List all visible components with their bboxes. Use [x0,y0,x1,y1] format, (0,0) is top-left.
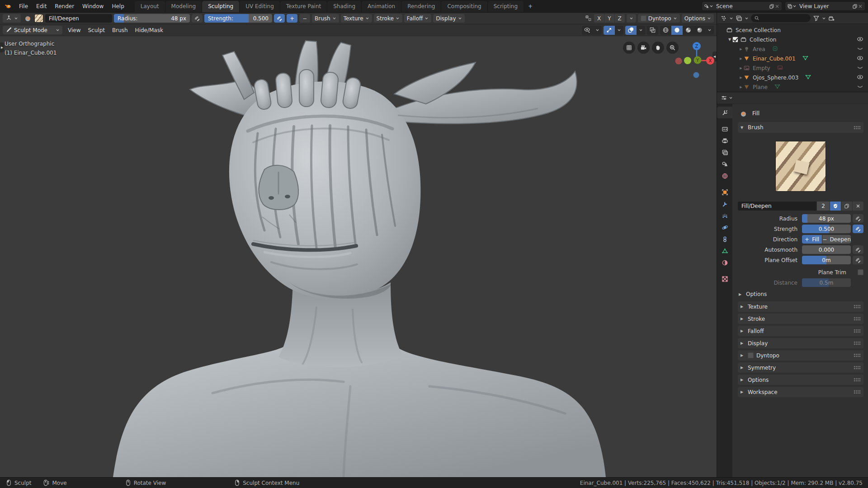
duplicate-brush-button[interactable] [841,202,852,211]
unlink-brush-button[interactable] [853,202,863,211]
brush-preview-image[interactable] [775,141,826,192]
viewport-canvas[interactable]: User Orthographic (1) Einar_Cube.001 ▸ ◂… [0,36,717,477]
panel-display[interactable]: ▶ Display [738,338,863,348]
brush-users-button[interactable]: 2 [817,202,830,211]
properties-tab-material[interactable] [717,257,732,268]
remove-view-layer-button[interactable] [858,4,863,9]
outliner-row-ojos-sphere-003[interactable]: ▶Ojos_Sphere.003 [717,73,868,82]
properties-tab-scene[interactable] [717,158,732,170]
new-collection-button[interactable] [828,15,835,22]
sculpt-model[interactable] [0,36,717,477]
strength-slider[interactable]: Strength: 0.500 [204,14,272,23]
brush-name-field[interactable]: Fill/Deepen [45,14,112,23]
outliner-search-input[interactable] [761,15,797,21]
editor-type-selector[interactable] [3,14,21,23]
direction-deepen-button[interactable]: −Deepen [822,235,851,244]
workspace-tab-rendering[interactable]: Rendering [401,1,441,12]
workspace-tab-modeling[interactable]: Modeling [165,1,203,12]
unlink-scene-button[interactable] [774,4,780,9]
outliner-row-area[interactable]: ▶Area [717,44,868,54]
gizmo-dropdown[interactable] [615,26,623,35]
workspace-tab-animation[interactable]: Animation [362,1,401,12]
camera-view-button[interactable] [637,42,650,54]
mirror-more-dropdown[interactable] [627,14,636,23]
pan-view-button[interactable] [652,42,664,54]
outliner-row-collection[interactable]: ▼Collection [717,35,868,44]
outliner-filter-mode-icon[interactable] [736,15,742,22]
brush-name-input[interactable]: Fill/Deepen [738,202,816,211]
show-object-types-button[interactable] [582,26,593,35]
active-brush-icon[interactable] [23,15,33,22]
plane-offset-pressure-toggle[interactable] [853,256,863,264]
properties-tab-tool[interactable] [717,107,732,118]
panel-stroke[interactable]: ▶ Stroke [738,314,863,324]
shading-wireframe-button[interactable] [660,26,671,35]
brush-options-subpanel[interactable]: ▶ Options [739,289,863,300]
shading-solid-button[interactable] [671,26,683,35]
panel-drag-handle[interactable] [854,341,861,345]
view-layer-selector[interactable]: View Layer [785,1,865,11]
radius-pressure-toggle[interactable] [192,14,203,23]
options-popover[interactable]: Options [682,14,714,23]
menu-window[interactable]: Window [78,0,108,12]
properties-tab-modifier[interactable] [717,198,732,210]
radius-slider[interactable]: Radius: 48 px [114,14,190,23]
plane-trim-checkbox[interactable] [858,269,863,275]
direction-fill-button[interactable]: +Fill [802,235,822,244]
brush-subtract-toggle[interactable]: − [299,14,310,23]
workspace-tab-scripting[interactable]: Scripting [488,1,524,12]
viewport-menu-brush[interactable]: Brush [108,26,132,35]
workspace-tab-uv-editing[interactable]: UV Editing [240,1,280,12]
menu-file[interactable]: File [15,0,32,12]
panel-falloff[interactable]: ▶ Falloff [738,326,863,336]
menu-help[interactable]: Help [108,0,128,12]
eye-closed-icon[interactable] [857,45,863,52]
panel-drag-handle[interactable] [854,126,861,130]
gizmo-neg-x-ball[interactable] [675,58,682,65]
autosmooth-pressure-toggle[interactable] [853,245,863,254]
scene-selector[interactable]: Scene [702,1,782,11]
dyntopo-checkbox[interactable] [641,15,646,21]
plane-offset-slider[interactable]: 0m [802,256,851,264]
child-disclosure[interactable]: ▶ [739,85,743,89]
eye-open-icon[interactable] [857,36,863,42]
brush-add-toggle[interactable]: + [287,14,297,23]
properties-tab-render[interactable] [717,123,732,135]
shading-rendered-button[interactable] [694,26,705,35]
radius-slider[interactable]: 48 px [802,214,851,223]
popover-texture[interactable]: Texture [341,14,372,23]
properties-editor-icon[interactable] [721,94,727,101]
eye-closed-icon[interactable] [857,83,863,90]
viewport-menu-sculpt[interactable]: Sculpt [84,26,108,35]
panel-drag-handle[interactable] [854,305,861,309]
mode-selector[interactable]: Sculpt Mode [3,26,62,34]
collection-checkbox[interactable] [732,37,738,42]
overlays-dropdown[interactable] [637,26,645,35]
properties-tab-data[interactable] [717,245,732,257]
show-overlays-toggle[interactable] [625,26,637,35]
workspace-tab-compositing[interactable]: Compositing [441,1,487,12]
child-disclosure[interactable]: ▶ [739,76,743,80]
radius-pressure-toggle[interactable] [853,214,863,223]
properties-tab-object[interactable] [717,186,732,198]
workspace-tab-layout[interactable]: Layout [135,1,165,12]
outliner-row-einar-cube-001[interactable]: ▶Einar_Cube.001 [717,54,868,63]
panel-drag-handle[interactable] [854,378,861,382]
panel-workspace[interactable]: ▶ Workspace [738,387,863,397]
panel-texture[interactable]: ▶ Texture [738,301,863,312]
show-object-types-dropdown[interactable] [593,26,602,35]
panel-options[interactable]: ▶ Options [738,375,863,385]
outliner-row-scene-collection[interactable]: Scene Collection [717,25,868,35]
navigation-gizmo[interactable]: Y Z X [670,40,716,85]
add-workspace-button[interactable]: + [524,1,537,12]
panel-drag-handle[interactable] [854,366,861,370]
brush-thumbnail-small[interactable] [34,14,43,23]
panel-drag-handle[interactable] [854,353,861,357]
popover-display[interactable]: Display [433,14,464,23]
mirror-x-toggle[interactable]: X [594,14,604,23]
properties-tab-viewlayer[interactable] [717,146,732,158]
expander[interactable]: ▼ [727,38,732,42]
workspace-tab-shading[interactable]: Shading [327,1,362,12]
properties-tab-constraint[interactable] [717,233,732,245]
panel-symmetry[interactable]: ▶ Symmetry [738,362,863,373]
